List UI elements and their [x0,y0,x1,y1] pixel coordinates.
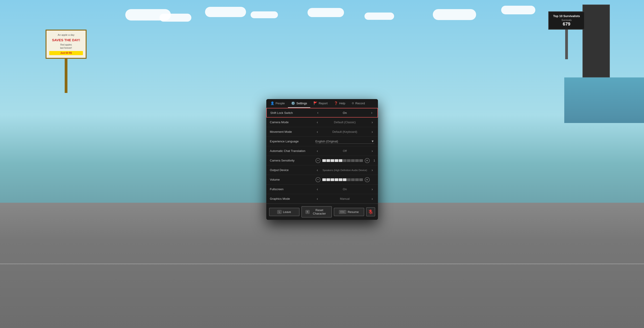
vol-seg-10 [359,178,363,181]
vol-seg-9 [355,178,359,181]
vol-seg-2 [326,178,330,181]
output-device-control: ‹ Speakers (High Definition Audio Device… [316,168,374,172]
tab-settings[interactable]: ⚙️ Settings [288,99,310,108]
help-icon: ❓ [334,101,338,105]
setting-volume: Volume − [266,175,378,184]
resume-button[interactable]: ESC Resume [334,208,364,216]
camera-mode-arrow: ‹ Default (Classic) › [316,120,374,124]
leave-key: L [277,210,282,214]
modal-overlay: 👤 People ⚙️ Settings 🚩 Report ❓ Help ⊙ R… [0,0,644,328]
report-icon: 🚩 [314,101,317,105]
experience-language-control: English (Original) ▼ [316,139,374,144]
experience-language-dropdown[interactable]: English (Original) ▼ [316,139,374,144]
reset-label: Reset Character [311,208,328,215]
seg-9 [355,159,359,162]
reset-key: R [306,210,310,214]
settings-content: Shift Lock Switch ‹ On › Camera Mode ‹ D… [266,108,378,204]
camera-mode-next[interactable]: › [370,120,374,124]
setting-shift-lock: Shift Lock Switch ‹ On › [266,108,378,118]
reset-character-button[interactable]: R Reset Character [302,206,332,218]
movement-mode-arrow: ‹ Default (Keyboard) › [316,130,374,134]
camera-mode-control: ‹ Default (Classic) › [316,120,374,124]
movement-mode-prev[interactable]: ‹ [316,130,320,134]
graphics-mode-arrow: ‹ Manual › [316,196,374,201]
vol-seg-8 [351,178,355,181]
leave-button[interactable]: L Leave [269,208,300,216]
setting-movement-mode: Movement Mode ‹ Default (Keyboard) › [266,127,378,137]
mic-button[interactable] [366,207,375,216]
camera-sensitivity-plus[interactable]: + [365,158,370,163]
setting-auto-chat: Automatic Chat Translation ‹ Off › [266,146,378,156]
auto-chat-label: Automatic Chat Translation [270,149,316,152]
shift-lock-value: On [320,111,370,114]
shift-lock-control: ‹ On › [316,110,374,115]
setting-camera-mode: Camera Mode ‹ Default (Classic) › [266,118,378,127]
vol-seg-3 [330,178,334,181]
vol-seg-5 [339,178,342,181]
movement-mode-label: Movement Mode [270,130,316,134]
graphics-mode-label: Graphics Mode [270,197,316,200]
movement-mode-value: Default (Keyboard) [320,130,370,134]
output-device-label: Output Device [270,168,316,172]
tab-report[interactable]: 🚩 Report [310,99,331,108]
tab-people[interactable]: 👤 People [267,99,288,108]
auto-chat-arrow: ‹ Off › [316,149,374,153]
movement-mode-next[interactable]: › [370,130,374,134]
dropdown-chevron: ▼ [371,140,374,143]
resume-label: Resume [348,210,358,214]
setting-graphics-mode: Graphics Mode ‹ Manual › [266,194,378,204]
camera-mode-prev[interactable]: ‹ [316,120,320,124]
tab-bar: 👤 People ⚙️ Settings 🚩 Report ❓ Help ⊙ R… [266,99,378,108]
volume-label: Volume [270,178,316,181]
setting-experience-language: Experience Language English (Original) ▼ [266,137,378,146]
setting-camera-sensitivity: Camera Sensitivity − [266,156,378,165]
vol-seg-1 [322,178,326,181]
volume-slider: − + [316,177,374,182]
volume-plus[interactable]: + [365,177,370,182]
fullscreen-control: ‹ On › [316,187,374,192]
action-bar: L Leave R Reset Character ESC Resume [266,204,378,220]
seg-1 [322,159,326,162]
camera-sensitivity-label: Camera Sensitivity [270,159,316,162]
fullscreen-next[interactable]: › [370,187,374,192]
shift-lock-arrow: ‹ On › [316,110,374,115]
camera-sensitivity-slider: − + [316,158,375,163]
tab-record[interactable]: ⊙ Record [348,99,368,108]
seg-7 [347,159,350,162]
vol-seg-6 [343,178,346,181]
shift-lock-label: Shift Lock Switch [270,111,316,114]
camera-mode-label: Camera Mode [270,120,316,124]
auto-chat-control: ‹ Off › [316,149,374,153]
record-icon: ⊙ [352,102,354,105]
output-device-prev[interactable]: ‹ [316,168,320,172]
settings-modal: 👤 People ⚙️ Settings 🚩 Report ❓ Help ⊙ R… [266,99,378,220]
fullscreen-prev[interactable]: ‹ [316,187,320,192]
vol-seg-4 [335,178,338,181]
graphics-mode-control: ‹ Manual › [316,196,374,201]
graphics-mode-prev[interactable]: ‹ [316,196,320,201]
camera-sensitivity-control: − + [316,158,375,163]
people-icon: 👤 [270,101,274,105]
camera-sensitivity-track [322,159,363,162]
resume-key: ESC [339,210,346,214]
tab-help[interactable]: ❓ Help [331,99,348,108]
movement-mode-control: ‹ Default (Keyboard) › [316,130,374,134]
volume-control: − + [316,177,374,182]
tab-help-label: Help [339,102,345,105]
mic-icon [368,210,373,214]
shift-lock-next[interactable]: › [370,110,374,115]
output-device-next[interactable]: › [370,168,374,172]
seg-4 [335,159,338,162]
fullscreen-arrow: ‹ On › [316,187,374,192]
auto-chat-prev[interactable]: ‹ [316,149,320,153]
camera-sensitivity-minus[interactable]: − [316,158,320,163]
output-device-arrow: ‹ Speakers (High Definition Audio Device… [316,168,374,172]
tab-report-label: Report [319,102,328,105]
graphics-mode-next[interactable]: › [370,196,374,201]
seg-5 [339,159,342,162]
auto-chat-next[interactable]: › [370,149,374,153]
volume-minus[interactable]: − [316,177,320,182]
auto-chat-value: Off [320,149,370,152]
shift-lock-prev[interactable]: ‹ [316,110,320,115]
leave-label: Leave [283,210,291,214]
